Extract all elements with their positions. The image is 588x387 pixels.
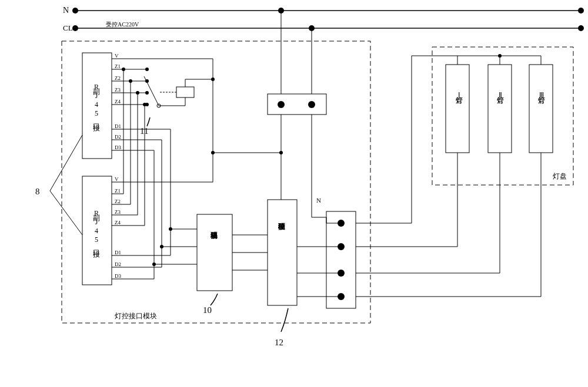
rj45-primary-label: 副RJ45接口 <box>91 82 101 119</box>
svg-point-11 <box>278 101 285 108</box>
callout-8: 8 <box>35 187 40 197</box>
pin-z2a: Z2 <box>115 75 121 81</box>
lamp-interface-label: 灯控接口模块 <box>115 311 157 321</box>
pin-v1: V <box>115 53 119 59</box>
pin-v2: V <box>115 176 119 182</box>
pin-z1a: Z1 <box>115 63 121 69</box>
svg-rect-91 <box>488 65 512 153</box>
svg-line-108 <box>50 191 82 235</box>
callout-12: 12 <box>275 338 283 348</box>
svg-rect-88 <box>62 41 370 323</box>
svg-point-76 <box>279 151 283 154</box>
svg-point-23 <box>211 78 215 81</box>
svg-rect-10 <box>268 94 326 115</box>
callout-11: 11 <box>140 126 148 136</box>
svg-point-1 <box>72 8 78 14</box>
svg-point-51 <box>122 68 125 71</box>
pin-z3b: Z3 <box>115 209 121 215</box>
svg-point-12 <box>308 101 315 108</box>
svg-rect-70 <box>197 214 232 291</box>
rail-cl-label: CL <box>63 23 73 33</box>
svg-point-60 <box>143 103 146 106</box>
pin-d3b: D3 <box>115 273 121 279</box>
svg-point-48 <box>211 151 215 154</box>
n2-label: N <box>316 197 321 204</box>
pin-d1a: D1 <box>115 123 121 129</box>
pin-z2b: Z2 <box>115 198 121 204</box>
svg-point-9 <box>309 25 315 31</box>
svg-line-107 <box>50 135 82 191</box>
callout-10: 10 <box>203 305 212 315</box>
tube2-label: 灯管Ⅱ <box>495 91 505 99</box>
pin-d1b: D1 <box>115 250 121 255</box>
svg-point-5 <box>72 25 78 31</box>
tube3-label: 灯管Ⅲ <box>536 91 546 99</box>
svg-point-57 <box>136 91 139 95</box>
svg-rect-89 <box>432 47 573 185</box>
svg-rect-18 <box>176 87 194 97</box>
pin-d3a: D3 <box>115 144 121 150</box>
rj45-secondary-label: 副RJ45接口 <box>91 208 101 245</box>
pin-z4a: Z4 <box>115 99 121 105</box>
controlled-ac-label: 受控AC220V <box>106 21 139 29</box>
svg-point-54 <box>129 79 132 83</box>
svg-point-6 <box>578 25 584 31</box>
pin-d2a: D2 <box>115 134 121 140</box>
pin-z1b: Z1 <box>115 188 121 194</box>
svg-rect-92 <box>529 65 553 153</box>
rail-n-label: N <box>63 6 69 15</box>
tube1-label: 灯管Ⅰ <box>454 91 464 99</box>
lamp-panel-label: 灯盘 <box>553 171 567 181</box>
pin-z4b: Z4 <box>115 220 121 226</box>
pin-d2b: D2 <box>115 261 121 267</box>
svg-point-97 <box>498 54 502 58</box>
svg-point-2 <box>578 8 584 14</box>
pin-z3a: Z3 <box>115 87 121 93</box>
svg-rect-71 <box>268 200 297 305</box>
svg-rect-90 <box>446 65 469 153</box>
